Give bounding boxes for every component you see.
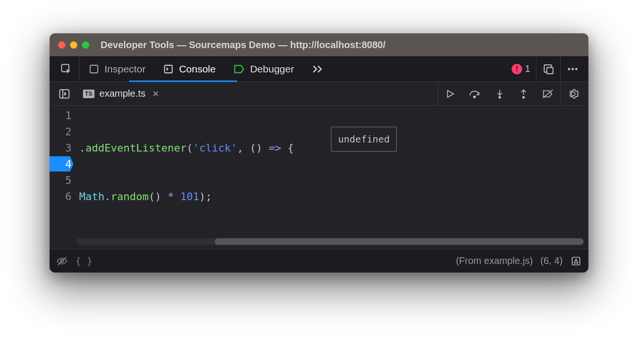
line-number[interactable]: 5 <box>50 172 72 189</box>
ts-file-badge: TS <box>83 90 94 98</box>
tab-debugger-label: Debugger <box>250 63 294 75</box>
svg-rect-1 <box>90 65 98 73</box>
step-over-button[interactable] <box>462 82 488 105</box>
tab-console[interactable]: Console <box>154 56 224 81</box>
step-out-button[interactable] <box>512 82 535 105</box>
horizontal-scrollbar[interactable] <box>76 238 584 245</box>
svg-point-5 <box>568 68 570 70</box>
close-tab-button[interactable]: ✕ <box>152 89 159 99</box>
tab-debugger[interactable]: Debugger <box>224 56 302 81</box>
kebab-icon <box>566 63 579 75</box>
file-tab-label: example.ts <box>99 88 145 99</box>
line-gutter[interactable]: 1 2 3 4 5 6 <box>50 106 76 249</box>
error-count-badge[interactable]: ! 1 <box>506 56 536 81</box>
active-tab-underline <box>129 81 237 82</box>
tab-console-label: Console <box>179 63 216 75</box>
step-out-icon <box>518 89 529 99</box>
minimize-window-button[interactable] <box>70 41 77 49</box>
kebab-menu-button[interactable] <box>560 56 585 81</box>
pick-element-icon <box>60 63 72 75</box>
play-icon <box>445 89 455 99</box>
debugger-settings-button[interactable] <box>560 82 586 105</box>
inspector-icon <box>88 63 100 75</box>
debugger-icon <box>233 63 245 75</box>
code-editor[interactable]: 1 2 3 4 5 6 .addEventListener('click', (… <box>50 106 588 249</box>
scrollbar-thumb[interactable] <box>215 238 584 245</box>
line-number[interactable]: 1 <box>50 108 72 124</box>
breakpoint-disabled-icon <box>542 89 554 99</box>
eye-off-icon <box>56 255 68 267</box>
source-list-toggle[interactable] <box>52 88 76 100</box>
svg-point-10 <box>499 96 501 98</box>
debugger-subbar: TS example.ts ✕ <box>50 82 588 106</box>
code-line[interactable]: Math.random() * 101); <box>76 189 588 205</box>
step-in-icon <box>494 89 505 99</box>
resume-button[interactable] <box>438 82 462 105</box>
step-in-button[interactable] <box>488 82 512 105</box>
tab-overflow-button[interactable] <box>303 56 332 81</box>
value-tooltip: undefined <box>331 127 397 152</box>
blackbox-toggle[interactable] <box>56 255 68 267</box>
deactivate-breakpoints-button[interactable] <box>535 82 560 105</box>
file-tab-example-ts[interactable]: TS example.ts ✕ <box>76 82 166 105</box>
pick-element-button[interactable] <box>53 56 80 81</box>
dock-mode-button[interactable] <box>536 56 560 81</box>
step-over-icon <box>469 89 481 99</box>
line-number[interactable]: 6 <box>50 189 72 205</box>
error-count-label: 1 <box>525 63 530 74</box>
line-number[interactable]: 3 <box>50 140 72 156</box>
line-number[interactable]: 4 <box>50 156 72 172</box>
line-number[interactable]: 2 <box>50 124 72 140</box>
svg-point-6 <box>572 68 574 70</box>
tooltip-value: undefined <box>338 133 390 145</box>
gear-icon <box>567 88 579 100</box>
svg-point-11 <box>523 96 525 98</box>
window-title: Developer Tools — Sourcemaps Demo — http… <box>101 40 386 51</box>
close-window-button[interactable] <box>58 41 65 49</box>
window-controls <box>58 41 89 49</box>
error-icon: ! <box>512 64 522 74</box>
zoom-window-button[interactable] <box>82 41 89 49</box>
svg-point-7 <box>575 68 577 70</box>
debug-controls <box>438 82 586 105</box>
chevron-double-right-icon <box>311 64 324 74</box>
tab-inspector-label: Inspector <box>104 63 145 75</box>
panel-left-icon <box>58 88 71 100</box>
tab-inspector[interactable]: Inspector <box>80 56 154 81</box>
svg-rect-4 <box>547 67 553 73</box>
titlebar: Developer Tools — Sourcemaps Demo — http… <box>50 33 588 56</box>
devtools-window: Developer Tools — Sourcemaps Demo — http… <box>50 33 588 273</box>
svg-point-9 <box>473 96 475 98</box>
console-icon <box>163 63 174 75</box>
dock-icon <box>542 63 555 75</box>
devtools-toolbar: Inspector Console Debugger ! 1 <box>50 56 588 82</box>
